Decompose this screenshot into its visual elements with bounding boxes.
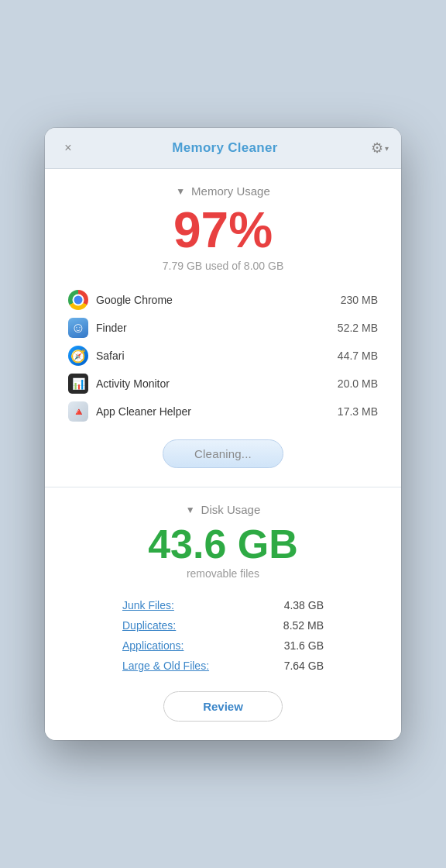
list-item: App Cleaner Helper 17.3 MB bbox=[68, 398, 378, 425]
memory-section-title: Memory Usage bbox=[191, 184, 270, 198]
memory-usage-detail: 7.79 GB used of 8.00 GB bbox=[68, 260, 378, 272]
list-item: Safari 44.7 MB bbox=[68, 342, 378, 370]
applications-value: 31.6 GB bbox=[284, 639, 324, 652]
app-memory: 44.7 MB bbox=[338, 350, 378, 362]
junk-files-link[interactable]: Junk Files: bbox=[122, 599, 174, 611]
large-old-files-link[interactable]: Large & Old Files: bbox=[122, 660, 209, 672]
app-list: Google Chrome 230 MB Finder 52.2 MB Safa… bbox=[68, 286, 378, 425]
review-button-wrapper: Review bbox=[68, 691, 378, 722]
chrome-icon bbox=[68, 290, 88, 310]
applications-link[interactable]: Applications: bbox=[122, 639, 184, 652]
disk-section-header: ▼ Disk Usage bbox=[68, 503, 378, 516]
list-item: Google Chrome 230 MB bbox=[68, 286, 378, 314]
title-bar: × Memory Cleaner ⚙ ▾ bbox=[45, 128, 401, 169]
duplicates-link[interactable]: Duplicates: bbox=[122, 619, 176, 632]
activity-monitor-icon bbox=[68, 374, 88, 394]
list-item: Applications: 31.6 GB bbox=[122, 636, 324, 656]
list-item: Large & Old Files: 7.64 GB bbox=[122, 656, 324, 676]
collapse-triangle-icon[interactable]: ▼ bbox=[176, 186, 185, 197]
disk-section-title: Disk Usage bbox=[201, 503, 261, 516]
review-button[interactable]: Review bbox=[163, 691, 283, 722]
duplicates-value: 8.52 MB bbox=[283, 619, 324, 632]
app-name: Google Chrome bbox=[96, 294, 333, 306]
cleaning-button-wrapper: Cleaning... bbox=[68, 439, 378, 468]
large-old-files-value: 7.64 GB bbox=[284, 660, 324, 672]
gear-icon: ⚙ bbox=[371, 140, 383, 157]
window-title: Memory Cleaner bbox=[172, 140, 277, 156]
app-memory: 20.0 MB bbox=[338, 377, 378, 390]
app-name: Activity Monitor bbox=[96, 377, 330, 390]
gear-button[interactable]: ⚙ ▾ bbox=[371, 140, 389, 157]
disk-items-list: Junk Files: 4.38 GB Duplicates: 8.52 MB … bbox=[122, 595, 324, 676]
cleaning-button[interactable]: Cleaning... bbox=[163, 439, 283, 468]
memory-usage-percent: 97% bbox=[68, 205, 378, 255]
app-name: Safari bbox=[96, 350, 330, 362]
disk-section: ▼ Disk Usage 43.6 GB removable files Jun… bbox=[45, 487, 401, 740]
list-item: Activity Monitor 20.0 MB bbox=[68, 370, 378, 398]
list-item: Junk Files: 4.38 GB bbox=[122, 595, 324, 615]
app-memory: 52.2 MB bbox=[338, 322, 378, 334]
appcleaner-icon bbox=[68, 401, 88, 422]
chevron-down-icon: ▾ bbox=[385, 144, 389, 153]
list-item: Finder 52.2 MB bbox=[68, 314, 378, 342]
memory-section-header: ▼ Memory Usage bbox=[68, 184, 378, 198]
app-name: App Cleaner Helper bbox=[96, 405, 330, 418]
app-memory: 17.3 MB bbox=[338, 405, 378, 418]
app-name: Finder bbox=[96, 322, 330, 334]
close-button[interactable]: × bbox=[57, 137, 79, 159]
app-window: × Memory Cleaner ⚙ ▾ ▼ Memory Usage 97% … bbox=[45, 128, 401, 740]
safari-icon bbox=[68, 346, 88, 366]
disk-usage-label: removable files bbox=[68, 567, 378, 580]
app-memory: 230 MB bbox=[341, 294, 378, 306]
finder-icon bbox=[68, 318, 88, 338]
disk-usage-value: 43.6 GB bbox=[68, 524, 378, 564]
memory-section: ▼ Memory Usage 97% 7.79 GB used of 8.00 … bbox=[45, 169, 401, 487]
list-item: Duplicates: 8.52 MB bbox=[122, 615, 324, 636]
collapse-triangle-icon[interactable]: ▼ bbox=[186, 505, 195, 515]
junk-files-value: 4.38 GB bbox=[284, 599, 324, 611]
